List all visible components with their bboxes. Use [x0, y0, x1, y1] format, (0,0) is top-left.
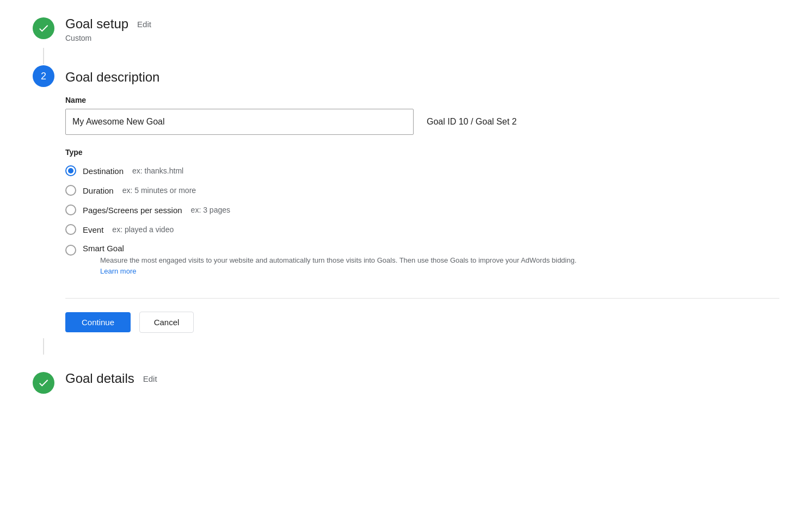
section-divider — [65, 298, 779, 299]
radio-destination-example: ex: thanks.html — [132, 166, 183, 175]
radio-pages-example: ex: 3 pages — [191, 206, 230, 214]
step2-number-icon: 2 — [33, 65, 54, 87]
step3-header: Goal details Edit — [65, 371, 779, 386]
radio-pages-circle[interactable] — [65, 204, 76, 215]
step2-content: Goal description Name Goal ID 10 / Goal … — [65, 64, 779, 338]
radio-smart-content: Smart Goal Measure the most engaged visi… — [83, 244, 590, 276]
cancel-button[interactable]: Cancel — [139, 312, 194, 333]
step1-header: Goal setup Edit — [65, 16, 779, 32]
radio-duration[interactable]: Duration ex: 5 minutes or more — [65, 185, 779, 196]
step1-edit-link[interactable]: Edit — [137, 20, 151, 29]
smart-goal-learn-more-link[interactable]: Learn more — [100, 267, 136, 275]
radio-smart[interactable]: Smart Goal Measure the most engaged visi… — [65, 244, 779, 276]
radio-duration-label: Duration — [83, 186, 114, 195]
name-row: Goal ID 10 / Goal Set 2 — [65, 109, 779, 135]
radio-destination-label: Destination — [83, 166, 124, 176]
button-row: Continue Cancel — [65, 312, 779, 333]
step3-row: Goal details Edit — [33, 371, 779, 394]
step3-title: Goal details — [65, 371, 134, 386]
continue-button[interactable]: Continue — [65, 312, 131, 332]
step3-edit-link[interactable]: Edit — [143, 374, 157, 383]
goal-id-text: Goal ID 10 / Goal Set 2 — [427, 117, 516, 127]
radio-destination-circle[interactable] — [65, 165, 76, 176]
form-section: Name Goal ID 10 / Goal Set 2 Type Destin… — [65, 96, 779, 333]
smart-goal-description: Measure the most engaged visits to your … — [100, 255, 590, 276]
step2-title: Goal description — [65, 70, 159, 85]
radio-smart-circle[interactable] — [65, 245, 76, 256]
step2-row: 2 Goal description Name Goal ID 10 / Goa… — [33, 64, 779, 338]
connector-line-2 — [43, 338, 44, 355]
radio-event[interactable]: Event ex: played a video — [65, 224, 779, 235]
step3-content: Goal details Edit — [65, 371, 779, 392]
step1-complete-icon — [33, 17, 54, 39]
radio-destination[interactable]: Destination ex: thanks.html — [65, 165, 779, 176]
connector1 — [33, 48, 779, 64]
radio-event-example: ex: played a video — [112, 225, 174, 234]
goal-setup-wizard: Goal setup Edit Custom 2 Goal descriptio… — [33, 16, 779, 394]
connector2 — [33, 338, 779, 355]
radio-smart-label: Smart Goal — [83, 244, 124, 253]
step1-title: Goal setup — [65, 16, 128, 32]
connector-line-1 — [43, 48, 44, 64]
radio-event-circle[interactable] — [65, 224, 76, 235]
type-section: Type Destination ex: thanks.html Duratio… — [65, 148, 779, 276]
step1-content: Goal setup Edit Custom — [65, 16, 779, 48]
step1-row: Goal setup Edit Custom — [33, 16, 779, 48]
radio-pages-label: Pages/Screens per session — [83, 206, 182, 215]
type-label: Type — [65, 148, 779, 157]
name-label: Name — [65, 96, 779, 104]
step2-header: Goal description — [65, 70, 779, 85]
radio-event-label: Event — [83, 225, 103, 234]
goal-name-input[interactable] — [65, 109, 414, 135]
step1-subtitle: Custom — [65, 34, 779, 42]
radio-duration-example: ex: 5 minutes or more — [122, 186, 196, 195]
radio-pages[interactable]: Pages/Screens per session ex: 3 pages — [65, 204, 779, 215]
radio-duration-circle[interactable] — [65, 185, 76, 196]
step3-complete-icon — [33, 372, 54, 394]
